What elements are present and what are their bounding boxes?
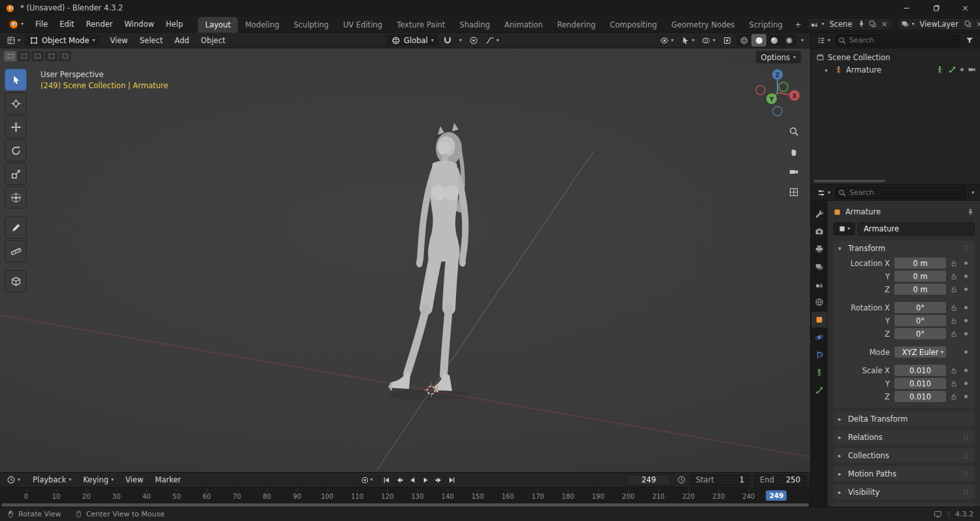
- animate-dot[interactable]: [962, 319, 970, 322]
- properties-tab-physics[interactable]: [811, 329, 827, 345]
- grip-icon[interactable]: [962, 488, 970, 496]
- properties-tab-object[interactable]: [811, 312, 827, 328]
- xray-toggle[interactable]: [720, 35, 734, 46]
- overlays-toggle[interactable]: ▾: [699, 35, 718, 46]
- tool-move[interactable]: [5, 116, 27, 138]
- lock-icon[interactable]: [949, 273, 959, 280]
- unlink-icon[interactable]: ×: [975, 20, 980, 29]
- properties-tab-render[interactable]: [811, 224, 827, 239]
- properties-tab-bone[interactable]: [811, 382, 827, 398]
- lock-icon[interactable]: [949, 380, 959, 388]
- rotation-mode-select[interactable]: XYZ Euler▾: [894, 346, 946, 358]
- workspace-tab-texture-paint[interactable]: Texture Paint: [389, 17, 452, 33]
- shading-material-button[interactable]: [766, 34, 781, 46]
- workspace-tab-geometry-nodes[interactable]: Geometry Nodes: [664, 17, 742, 33]
- outliner-editor-type-button[interactable]: ▾: [814, 35, 833, 46]
- properties-editor-type-button[interactable]: ▾: [814, 187, 833, 199]
- lock-icon[interactable]: [949, 286, 959, 294]
- section-motion-paths[interactable]: ▸Motion Paths: [833, 466, 975, 481]
- close-button[interactable]: [951, 0, 980, 16]
- workspace-tab-uv-editing[interactable]: UV Editing: [336, 17, 389, 33]
- tool-measure[interactable]: [5, 240, 27, 262]
- number-field[interactable]: 0°: [894, 315, 946, 326]
- workspace-tab-modeling[interactable]: Modeling: [238, 17, 286, 33]
- menu-edit[interactable]: Edit: [54, 18, 80, 31]
- prev-key-button[interactable]: [393, 474, 406, 486]
- shading-solid-button[interactable]: [751, 34, 766, 46]
- lock-icon[interactable]: [949, 304, 959, 312]
- select-mode-2[interactable]: [31, 51, 44, 61]
- grip-icon[interactable]: [962, 244, 970, 252]
- scene-selector[interactable]: ▾ Scene ×: [806, 18, 892, 31]
- header-menu-object[interactable]: Object: [195, 34, 231, 47]
- number-field[interactable]: 0 m: [894, 258, 946, 269]
- nav-gizmo[interactable]: Z X Y: [751, 67, 804, 119]
- start-frame-field[interactable]: Start 1: [690, 475, 750, 486]
- workspace-tab-animation[interactable]: Animation: [497, 17, 550, 33]
- viewport-3d[interactable]: User Perspective (249) Scene Collection …: [0, 48, 810, 472]
- timeline-playhead[interactable]: 249: [766, 490, 787, 501]
- tool-rotate[interactable]: [5, 139, 27, 161]
- properties-tab-constraints[interactable]: [811, 347, 827, 363]
- animate-dot[interactable]: [962, 332, 970, 335]
- timeline-menu-view[interactable]: View: [120, 473, 149, 486]
- animate-dot[interactable]: [962, 395, 970, 398]
- snap-settings-button[interactable]: ▾: [457, 37, 465, 44]
- number-field[interactable]: 0.010: [894, 391, 946, 402]
- menu-file[interactable]: File: [29, 18, 54, 31]
- next-key-button[interactable]: [432, 474, 445, 486]
- properties-tab-output[interactable]: [811, 241, 827, 257]
- animate-dot[interactable]: [962, 350, 970, 354]
- number-field[interactable]: 0.010: [894, 378, 946, 389]
- number-field[interactable]: 0 m: [894, 271, 946, 282]
- editor-type-button[interactable]: ▾: [4, 35, 23, 46]
- mode-selector[interactable]: Object Mode ▾: [25, 34, 99, 46]
- shading-settings-button[interactable]: ▾: [798, 37, 806, 44]
- select-mode-4[interactable]: [59, 51, 71, 61]
- grip-icon[interactable]: [962, 433, 970, 441]
- select-mode-0[interactable]: [4, 51, 16, 61]
- outliner-row-scene-collection[interactable]: Scene Collection: [811, 51, 980, 63]
- proportional-editing-toggle[interactable]: [466, 35, 481, 46]
- axis-neg-x[interactable]: [756, 86, 765, 95]
- lock-icon[interactable]: [949, 367, 959, 375]
- shading-wireframe-button[interactable]: [736, 34, 751, 46]
- properties-tab-tool[interactable]: [811, 206, 827, 222]
- model-figure[interactable]: [387, 123, 468, 400]
- lock-icon[interactable]: [949, 330, 959, 338]
- header-menu-view[interactable]: View: [104, 34, 133, 47]
- properties-filter-button[interactable]: ▾: [969, 189, 977, 197]
- workspace-tab-sculpting[interactable]: Sculpting: [286, 17, 336, 33]
- selectability-dot[interactable]: [960, 68, 964, 71]
- section-delta-transform[interactable]: ▸Delta Transform: [833, 411, 975, 426]
- zoom-button[interactable]: [787, 124, 801, 139]
- play-button[interactable]: [419, 474, 432, 486]
- lock-icon[interactable]: [949, 317, 959, 325]
- menu-window[interactable]: Window: [119, 18, 160, 31]
- properties-tab-scene[interactable]: [811, 277, 827, 292]
- header-menu-select[interactable]: Select: [134, 34, 169, 47]
- viewlayer-selector[interactable]: ▾ ViewLayer ×: [897, 18, 980, 31]
- proportional-falloff-button[interactable]: ▾: [483, 35, 502, 46]
- shading-rendered-button[interactable]: [781, 34, 796, 46]
- number-field[interactable]: 0°: [894, 302, 946, 313]
- outliner-hscrollbar[interactable]: [813, 180, 885, 182]
- number-field[interactable]: 0.010: [894, 365, 946, 376]
- tool-transform[interactable]: [5, 186, 27, 209]
- add-workspace-button[interactable]: +: [790, 17, 807, 33]
- camera-button[interactable]: [787, 165, 801, 179]
- outliner-filter-button[interactable]: [962, 35, 977, 46]
- copy-icon[interactable]: [868, 20, 877, 28]
- select-mode-3[interactable]: [45, 51, 57, 61]
- workspace-tab-rendering[interactable]: Rendering: [550, 17, 603, 33]
- object-name-field[interactable]: [858, 222, 975, 235]
- grip-icon[interactable]: [962, 452, 970, 460]
- app-menu-button[interactable]: ▾: [5, 18, 27, 31]
- transform-panel-header[interactable]: ▾ Transform: [833, 241, 975, 256]
- properties-tab-object-data[interactable]: [811, 365, 827, 380]
- select-mode-1[interactable]: [18, 51, 30, 61]
- section-relations[interactable]: ▸Relations: [833, 429, 975, 445]
- menu-help[interactable]: Help: [160, 18, 189, 31]
- gizmo-toggle[interactable]: ▾: [678, 35, 697, 46]
- tool-tweak[interactable]: [5, 69, 27, 91]
